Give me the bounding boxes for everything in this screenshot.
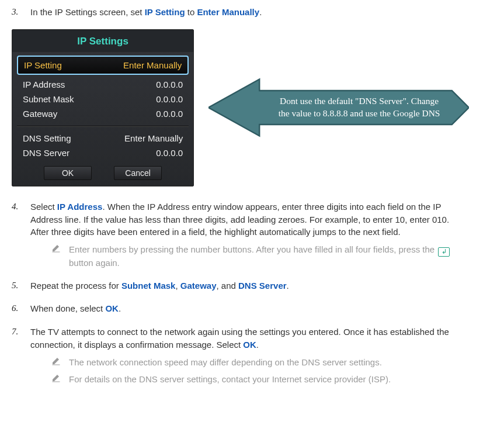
enter-key-icon: ↲ xyxy=(438,247,450,257)
step-3-text-a: In the IP Settings screen, set xyxy=(30,7,145,17)
step-7-c: . xyxy=(256,340,259,350)
step-3-text-e: . xyxy=(259,7,262,17)
row-label: IP Setting xyxy=(24,60,62,70)
row-label: Gateway xyxy=(23,109,57,119)
row-label: DNS Setting xyxy=(23,133,71,143)
pencil-icon xyxy=(51,373,61,385)
ip-settings-panel: IP Settings IP Setting Enter Manually IP… xyxy=(12,29,194,186)
note2-text: The network connection speed may differ … xyxy=(69,356,469,368)
row-dns-setting[interactable]: DNS Setting Enter Manually xyxy=(17,131,189,146)
kw-gateway: Gateway xyxy=(180,281,217,291)
row-value: 0.0.0.0 xyxy=(156,94,183,104)
step-4: Select IP Address. When the IP Address e… xyxy=(12,201,469,269)
note1-a: Enter numbers by pressing the number but… xyxy=(69,244,437,254)
kw-ok-2: OK xyxy=(243,340,256,350)
row-value: 0.0.0.0 xyxy=(156,80,183,89)
row-label: Subnet Mask xyxy=(23,94,74,104)
note1-b: button again. xyxy=(69,258,120,268)
note3-text: For details on the DNS server settings, … xyxy=(69,373,469,385)
row-dns-server[interactable]: DNS Server 0.0.0.0 xyxy=(17,146,189,160)
step-4-text-a: Select xyxy=(30,202,57,212)
row-ip-address[interactable]: IP Address 0.0.0.0 xyxy=(17,77,189,92)
note-isp: For details on the DNS server settings, … xyxy=(30,373,469,385)
step-3: In the IP Settings screen, set IP Settin… xyxy=(12,6,469,19)
kw-ok: OK xyxy=(105,303,119,313)
ok-button[interactable]: OK xyxy=(44,166,92,180)
pencil-icon xyxy=(51,356,61,368)
step-6: When done, select OK. xyxy=(12,302,469,315)
row-value: Enter Manually xyxy=(123,60,182,70)
row-value: Enter Manually xyxy=(124,133,183,143)
note-enter-numbers: Enter numbers by pressing the number but… xyxy=(30,243,469,269)
panel-callout-row: IP Settings IP Setting Enter Manually IP… xyxy=(12,29,469,186)
row-value: 0.0.0.0 xyxy=(156,109,183,119)
step-6-a: When done, select xyxy=(30,303,105,313)
step-6-c: . xyxy=(119,303,121,313)
kw-enter-manually: Enter Manually xyxy=(197,7,259,17)
callout-arrow: Dont use the default "DNS Server". Chang… xyxy=(208,76,469,139)
svg-rect-1 xyxy=(53,252,60,253)
cancel-button[interactable]: Cancel xyxy=(114,166,162,180)
kw-ip-address: IP Address xyxy=(57,202,103,212)
svg-rect-2 xyxy=(53,364,60,365)
kw-subnet-mask: Subnet Mask xyxy=(121,281,176,291)
row-value: 0.0.0.0 xyxy=(156,148,183,158)
row-subnet-mask[interactable]: Subnet Mask 0.0.0.0 xyxy=(17,92,189,106)
panel-title: IP Settings xyxy=(12,30,193,52)
row-label: IP Address xyxy=(23,80,65,89)
step-5-a: Repeat the process for xyxy=(30,281,121,291)
step-5-c: , xyxy=(175,281,180,291)
panel-divider xyxy=(17,126,189,126)
note-speed: The network connection speed may differ … xyxy=(30,356,469,368)
kw-dns-server: DNS Server xyxy=(238,281,287,291)
step-5-g: . xyxy=(287,281,289,291)
step-7-a: The TV attempts to connect to the networ… xyxy=(30,327,449,350)
svg-rect-3 xyxy=(53,381,60,382)
kw-ip-setting: IP Setting xyxy=(145,7,185,17)
callout-text: Dont use the default "DNS Server". Chang… xyxy=(273,76,446,139)
step-7: The TV attempts to connect to the networ… xyxy=(12,326,469,385)
row-gateway[interactable]: Gateway 0.0.0.0 xyxy=(17,106,189,121)
step-5: Repeat the process for Subnet Mask, Gate… xyxy=(12,279,469,292)
step-5-e: , and xyxy=(217,281,239,291)
row-label: DNS Server xyxy=(23,148,69,158)
pencil-icon xyxy=(51,243,61,269)
step-3-text-c: to xyxy=(185,7,197,17)
row-ip-setting[interactable]: IP Setting Enter Manually xyxy=(17,56,189,75)
